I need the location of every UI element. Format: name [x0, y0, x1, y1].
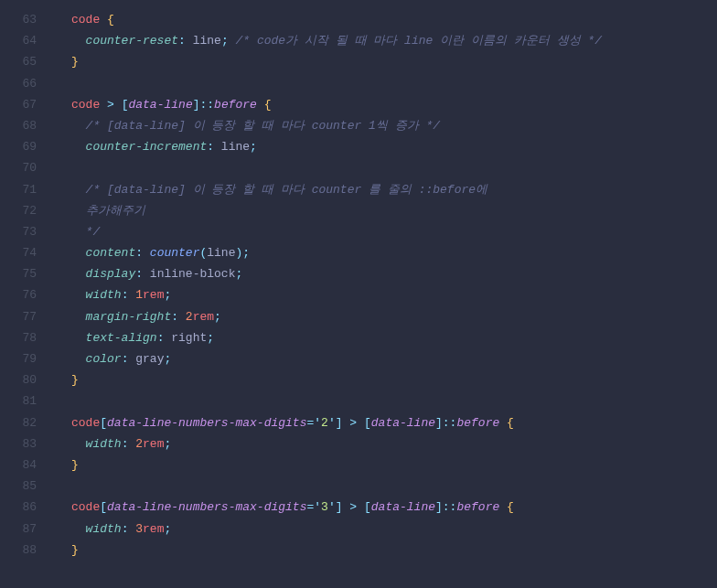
code-line	[71, 390, 717, 412]
line-number-gutter: 6364656667686970717273747576777879808182…	[0, 9, 55, 561]
token-value: right	[171, 331, 207, 345]
line-number: 66	[0, 73, 37, 94]
code-editor: 6364656667686970717273747576777879808182…	[0, 9, 717, 561]
token-num: 1	[135, 288, 143, 302]
code-line: color: gray;	[71, 348, 717, 369]
token-punct: ;	[214, 310, 221, 324]
token-comment: /* [data-line] 이 등장 할 때 마다 counter 1씩 증가…	[86, 119, 440, 133]
token-punct: ;	[164, 288, 171, 302]
token-punct: [	[364, 416, 371, 430]
code-line	[71, 157, 717, 178]
token-punct: '	[328, 500, 336, 514]
token-prop: counter-reset	[86, 34, 178, 48]
line-number: 74	[0, 242, 37, 263]
token-value: inline-block	[150, 267, 236, 281]
token-punct: ]	[336, 416, 343, 430]
line-number: 85	[0, 476, 37, 497]
token-comment: */	[86, 225, 101, 239]
token-punct: ]	[336, 500, 343, 514]
line-number: 81	[0, 390, 37, 412]
line-number: 75	[0, 263, 37, 284]
line-number: 79	[0, 348, 37, 369]
line-number: 84	[0, 454, 37, 476]
token-unit: rem	[143, 437, 164, 451]
token-pseudo: before	[214, 98, 257, 112]
token-punct: :	[135, 246, 143, 260]
token-attr: data-line	[371, 500, 435, 514]
code-line: */	[71, 221, 717, 242]
code-line: }	[71, 454, 717, 476]
token-attr: data-line	[371, 416, 435, 430]
line-number: 78	[0, 327, 37, 348]
code-line: display: inline-block;	[71, 263, 717, 284]
token-punct: :	[122, 352, 129, 366]
token-unit: rem	[193, 310, 214, 324]
code-line: code {	[71, 9, 717, 30]
line-number: 76	[0, 284, 37, 305]
code-line: text-align: right;	[71, 327, 717, 348]
token-punct: [	[364, 500, 371, 514]
code-line: code[data-line-numbers-max-digits='3'] >…	[71, 497, 717, 518]
token-punct: ;	[235, 267, 242, 281]
line-number: 67	[0, 94, 37, 115]
token-prop: width	[86, 437, 122, 451]
code-line: counter-reset: line; /* code가 시작 될 때 마다 …	[71, 30, 717, 51]
token-prop: width	[86, 288, 122, 302]
token-punct: :	[157, 331, 165, 345]
token-value: gray	[135, 352, 164, 366]
line-number: 88	[0, 540, 37, 561]
code-line: width: 2rem;	[71, 433, 717, 454]
token-op: >	[349, 416, 357, 430]
token-punct: '	[328, 416, 336, 430]
token-punct: ::	[443, 500, 457, 514]
code-content[interactable]: code { counter-reset: line; /* code가 시작 …	[55, 9, 717, 561]
token-attr: data-line-numbers-max-digits	[107, 416, 306, 430]
token-punct: ;	[221, 34, 229, 48]
token-brace: }	[71, 458, 79, 472]
token-value: line	[221, 140, 250, 154]
code-line	[71, 476, 717, 497]
token-punct: '	[314, 416, 321, 430]
token-op: >	[107, 98, 114, 112]
token-value: line	[193, 34, 221, 48]
code-line: width: 3rem;	[71, 519, 717, 540]
code-line: }	[71, 51, 717, 72]
token-punct: :	[207, 140, 214, 154]
code-line: 추가해주기	[71, 200, 717, 221]
token-unit: rem	[143, 288, 164, 302]
line-number: 86	[0, 497, 37, 518]
token-punct: ::	[443, 416, 457, 430]
token-pseudo: before	[456, 416, 499, 430]
token-brace: }	[71, 543, 79, 557]
code-line: }	[71, 540, 717, 561]
line-number: 72	[0, 200, 37, 221]
token-tag: code	[71, 500, 100, 514]
line-number: 63	[0, 9, 37, 30]
token-punct: ;	[207, 331, 214, 345]
token-func: counter	[150, 246, 200, 260]
line-number: 82	[0, 412, 37, 433]
code-line: width: 1rem;	[71, 284, 717, 305]
line-number: 68	[0, 115, 37, 136]
line-number: 69	[0, 136, 37, 157]
line-number: 70	[0, 157, 37, 178]
token-punct: :	[122, 437, 129, 451]
code-line: counter-increment: line;	[71, 136, 717, 157]
token-punct: '	[314, 500, 321, 514]
token-value: line	[207, 246, 235, 260]
token-attrv: 3	[321, 500, 328, 514]
line-number: 80	[0, 369, 37, 390]
token-op: >	[349, 500, 357, 514]
token-attrv: 2	[321, 416, 328, 430]
code-line: code > [data-line]::before {	[71, 94, 717, 115]
line-number: 71	[0, 179, 37, 200]
token-unit: rem	[143, 522, 164, 536]
token-punct: ]	[193, 98, 200, 112]
token-prop: content	[86, 246, 136, 260]
code-line: margin-right: 2rem;	[71, 306, 717, 327]
token-tag: code	[71, 98, 100, 112]
token-tag: code	[71, 416, 100, 430]
token-punct: :	[135, 267, 143, 281]
token-punct: [	[100, 500, 107, 514]
token-pseudo: before	[456, 500, 499, 514]
